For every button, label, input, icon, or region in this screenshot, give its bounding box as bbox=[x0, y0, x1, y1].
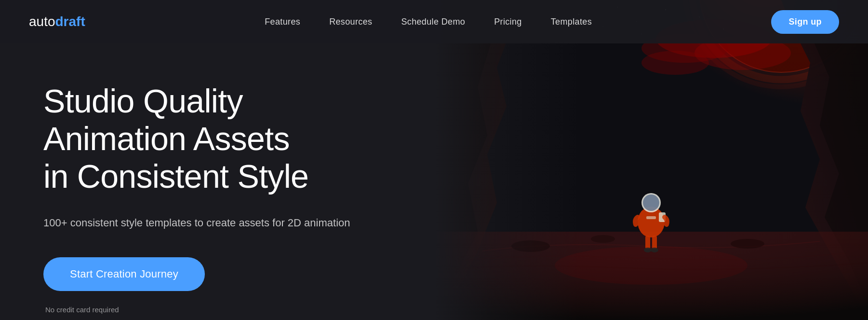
nav-item-schedule-demo[interactable]: Schedule Demo bbox=[401, 17, 465, 27]
nav-item-resources[interactable]: Resources bbox=[329, 17, 372, 27]
svg-point-21 bbox=[643, 195, 659, 211]
hero-title-line1: Studio Quality Animation Assets bbox=[43, 83, 290, 157]
cta-button[interactable]: Start Creation Journey bbox=[43, 257, 205, 291]
svg-rect-23 bbox=[645, 236, 650, 249]
svg-point-17 bbox=[591, 235, 615, 243]
logo-auto: auto bbox=[29, 14, 55, 29]
svg-point-9 bbox=[641, 51, 709, 75]
page-wrapper: autodraft Features Resources Schedule De… bbox=[0, 0, 868, 320]
no-credit-card-text: No credit card required bbox=[43, 306, 361, 314]
hero-subtitle: 100+ consistent style templates to creat… bbox=[43, 215, 361, 231]
nav-item-templates[interactable]: Templates bbox=[551, 17, 592, 27]
svg-rect-24 bbox=[652, 236, 657, 249]
nav-item-pricing[interactable]: Pricing bbox=[494, 17, 522, 27]
hero-title: Studio Quality Animation Assets in Consi… bbox=[43, 82, 361, 195]
nav-link-resources[interactable]: Resources bbox=[329, 17, 372, 27]
svg-rect-27 bbox=[646, 216, 656, 219]
nav-item-features[interactable]: Features bbox=[265, 17, 300, 27]
svg-point-26 bbox=[651, 248, 658, 252]
hero-bg-inner bbox=[434, 0, 868, 320]
nav-link-schedule-demo[interactable]: Schedule Demo bbox=[401, 17, 465, 27]
hero-background bbox=[434, 0, 868, 320]
svg-point-25 bbox=[644, 248, 652, 252]
nav-link-templates[interactable]: Templates bbox=[551, 17, 592, 27]
nav-link-pricing[interactable]: Pricing bbox=[494, 17, 522, 27]
nav-links: Features Resources Schedule Demo Pricing… bbox=[265, 17, 592, 27]
svg-point-15 bbox=[555, 246, 748, 285]
cta-container: Start Creation Journey No credit card re… bbox=[43, 257, 361, 314]
nav-link-features[interactable]: Features bbox=[265, 17, 300, 27]
logo[interactable]: autodraft bbox=[29, 14, 85, 29]
navigation: autodraft Features Resources Schedule De… bbox=[0, 0, 868, 43]
logo-draft: draft bbox=[55, 14, 85, 29]
svg-point-18 bbox=[731, 239, 764, 249]
hero-content: Studio Quality Animation Assets in Consi… bbox=[0, 43, 361, 314]
hero-title-line2: in Consistent Style bbox=[43, 158, 308, 195]
signup-button[interactable]: Sign up bbox=[771, 10, 839, 34]
svg-rect-36 bbox=[434, 0, 579, 320]
